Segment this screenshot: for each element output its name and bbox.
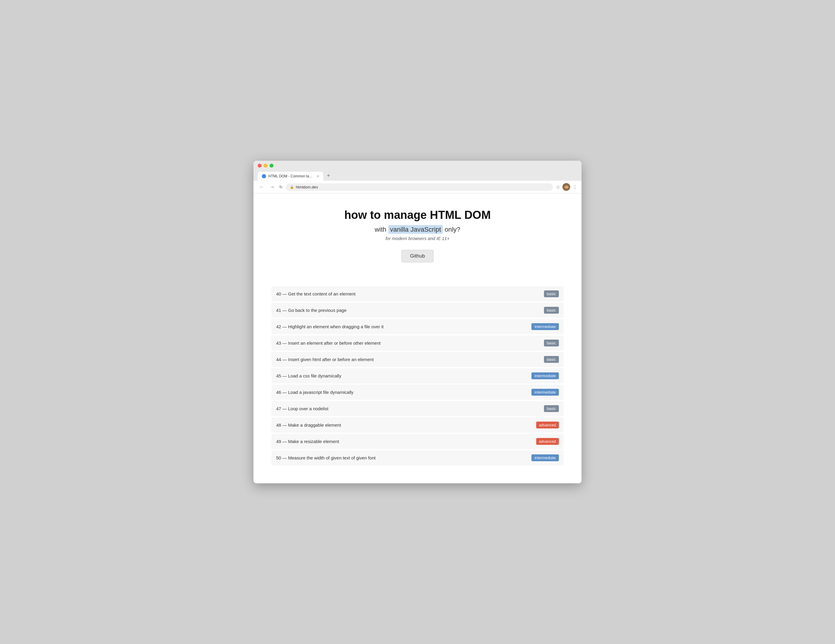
page-content: how to manage HTML DOM with vanilla Java… bbox=[253, 193, 582, 483]
difficulty-badge: advanced bbox=[536, 422, 559, 428]
task-item[interactable]: 48 — Make a draggable elementadvanced bbox=[271, 417, 564, 433]
browser-actions: ☆ 🐵 ⋮ bbox=[556, 183, 577, 191]
difficulty-badge: basic bbox=[544, 307, 559, 314]
task-label: 44 — Insert given html after or before a… bbox=[276, 357, 374, 362]
task-label: 43 — Insert an element after or before o… bbox=[276, 341, 380, 346]
forward-button[interactable]: → bbox=[268, 184, 276, 190]
bookmark-button[interactable]: ☆ bbox=[556, 184, 560, 190]
subtitle-suffix: only? bbox=[443, 226, 460, 233]
task-label: 41 — Go back to the previous page bbox=[276, 308, 346, 313]
menu-button[interactable]: ⋮ bbox=[573, 184, 577, 190]
tab-favicon: 🌐 bbox=[262, 174, 266, 178]
task-item[interactable]: 50 — Measure the width of given text of … bbox=[271, 450, 564, 466]
task-item[interactable]: 41 — Go back to the previous pagebasic bbox=[271, 303, 564, 318]
browser-window: 🌐 HTML DOM - Common tasks of × + ← → ↻ 🔒… bbox=[253, 161, 582, 483]
difficulty-badge: basic bbox=[544, 356, 559, 363]
subtitle-prefix: with bbox=[375, 226, 388, 233]
task-item[interactable]: 47 — Loop over a nodelistbasic bbox=[271, 401, 564, 416]
task-item[interactable]: 43 — Insert an element after or before o… bbox=[271, 336, 564, 350]
difficulty-badge: basic bbox=[544, 340, 559, 346]
task-item[interactable]: 49 — Make a resizable elementadvanced bbox=[271, 434, 564, 449]
task-label: 45 — Load a css file dynamically bbox=[276, 373, 341, 378]
page-header: how to manage HTML DOM with vanilla Java… bbox=[271, 208, 564, 274]
browser-chrome: 🌐 HTML DOM - Common tasks of × + bbox=[253, 161, 582, 181]
page-description: for modern browsers and IE 11+ bbox=[271, 236, 564, 241]
task-list: 40 — Get the text content of an elementb… bbox=[271, 286, 564, 466]
difficulty-badge: basic bbox=[544, 290, 559, 297]
difficulty-badge: intermediate bbox=[531, 372, 559, 379]
task-item[interactable]: 42 — Highlight an element when dragging … bbox=[271, 319, 564, 334]
task-item[interactable]: 40 — Get the text content of an elementb… bbox=[271, 286, 564, 302]
task-item[interactable]: 46 — Load a javascript file dynamicallyi… bbox=[271, 384, 564, 400]
reload-button[interactable]: ↻ bbox=[279, 185, 283, 189]
tab-title: HTML DOM - Common tasks of bbox=[268, 174, 314, 178]
task-label: 40 — Get the text content of an element bbox=[276, 291, 356, 296]
tab-close-icon[interactable]: × bbox=[317, 174, 319, 178]
task-label: 42 — Highlight an element when dragging … bbox=[276, 324, 383, 329]
close-button[interactable] bbox=[258, 164, 262, 167]
task-label: 46 — Load a javascript file dynamically bbox=[276, 390, 353, 395]
task-item[interactable]: 44 — Insert given html after or before a… bbox=[271, 352, 564, 367]
task-item[interactable]: 45 — Load a css file dynamicallyintermed… bbox=[271, 368, 564, 383]
address-bar-row: ← → ↻ 🔒 htmldom.dev ☆ 🐵 ⋮ bbox=[253, 181, 582, 193]
active-tab[interactable]: 🌐 HTML DOM - Common tasks of × bbox=[258, 172, 323, 181]
task-label: 49 — Make a resizable element bbox=[276, 439, 339, 444]
url-text: htmldom.dev bbox=[296, 185, 318, 189]
task-label: 47 — Loop over a nodelist bbox=[276, 406, 328, 411]
tab-bar: 🌐 HTML DOM - Common tasks of × + bbox=[258, 170, 577, 181]
avatar[interactable]: 🐵 bbox=[562, 183, 570, 191]
task-label: 50 — Measure the width of given text of … bbox=[276, 455, 376, 460]
back-button[interactable]: ← bbox=[258, 184, 265, 190]
traffic-lights bbox=[258, 164, 577, 167]
github-button[interactable]: Github bbox=[401, 250, 434, 262]
new-tab-button[interactable]: + bbox=[323, 170, 334, 181]
difficulty-badge: advanced bbox=[536, 438, 559, 445]
difficulty-badge: intermediate bbox=[531, 323, 559, 330]
address-bar[interactable]: 🔒 htmldom.dev bbox=[286, 183, 553, 191]
difficulty-badge: basic bbox=[544, 405, 559, 412]
difficulty-badge: intermediate bbox=[531, 389, 559, 396]
minimize-button[interactable] bbox=[264, 164, 268, 167]
page-subtitle: with vanilla JavaScript only? bbox=[271, 226, 564, 234]
subtitle-highlight: vanilla JavaScript bbox=[388, 225, 443, 234]
difficulty-badge: intermediate bbox=[531, 454, 559, 461]
maximize-button[interactable] bbox=[270, 164, 273, 167]
page-title: how to manage HTML DOM bbox=[271, 208, 564, 222]
task-label: 48 — Make a draggable element bbox=[276, 422, 341, 428]
lock-icon: 🔒 bbox=[290, 185, 294, 189]
